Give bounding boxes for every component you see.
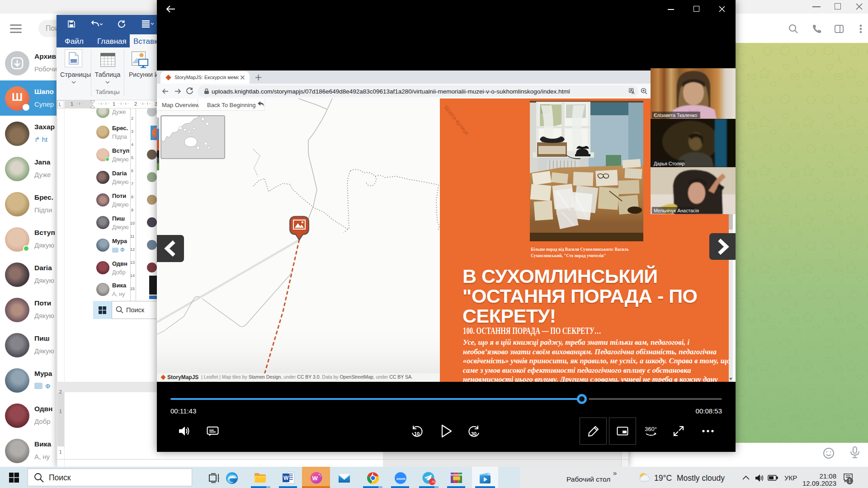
svg-text:StoryMapJS: StoryMapJS <box>167 374 198 380</box>
svg-text:Дарья Столяр: Дарья Столяр <box>654 161 685 166</box>
svg-text:10: 10 <box>414 431 420 436</box>
svg-text:Єлізавета Ткаленко: Єлізавета Ткаленко <box>654 113 697 118</box>
svg-text:zoom: zoom <box>396 477 406 481</box>
svg-text:| Leaflet | Map tiles by Stame: | Leaflet | Map tiles by Stamen Design, … <box>201 374 413 380</box>
svg-text:360°: 360° <box>645 426 657 432</box>
svg-text:Мельнічук Анастасія: Мельнічук Анастасія <box>654 208 699 213</box>
svg-text:W: W <box>312 475 318 482</box>
svg-text:W: W <box>283 475 289 481</box>
svg-text:..70: ..70 <box>430 480 435 483</box>
svg-text:30: 30 <box>471 431 476 436</box>
